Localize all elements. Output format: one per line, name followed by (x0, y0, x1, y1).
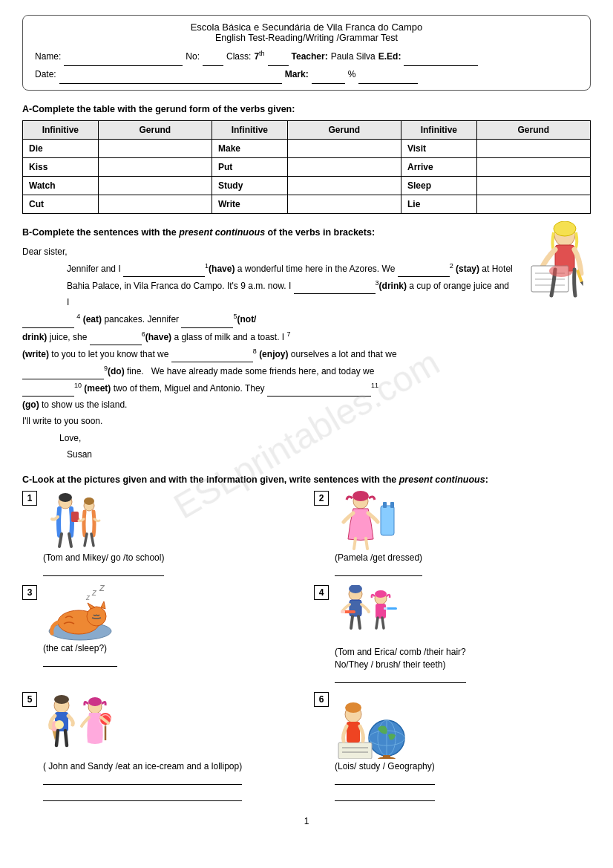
svg-rect-23 (390, 502, 394, 508)
table-cell: Sleep (401, 176, 476, 195)
svg-rect-36 (350, 600, 361, 616)
teacher-label: Teacher: (292, 48, 328, 65)
item-1-caption: (Tom and Mikey/ go /to school) (43, 552, 164, 563)
dear-line: Dear sister, (22, 244, 591, 260)
header-info: Name: No: Class: 7th Teacher: Paula Silv… (35, 48, 578, 84)
letter-text: Dear sister, Jennifer and I 1(have) a wo… (22, 244, 591, 463)
header-line-1: Name: No: Class: 7th Teacher: Paula Silv… (35, 48, 578, 66)
picture-item-1: 1 (22, 491, 299, 576)
pct-symbol: % (348, 66, 356, 83)
picture-item-2: 2 (314, 491, 591, 576)
table-cell: Die (23, 139, 99, 157)
name-field (64, 48, 183, 66)
item-number-2: 2 (314, 491, 329, 506)
svg-line-55 (65, 731, 67, 745)
table-row: CutWriteLie (23, 195, 591, 213)
picture-item-4: 4 (314, 585, 591, 683)
item-3-caption: (the cat /sleep?) (43, 643, 117, 653)
svg-point-42 (375, 590, 387, 598)
header-line-2: Date: Mark: % (35, 66, 578, 84)
table-cell (287, 176, 401, 195)
item-4-content: (Tom and Erica/ comb /their hair? No/The… (335, 585, 466, 683)
item-number-6: 6 (314, 692, 329, 707)
svg-text:z: z (99, 585, 105, 593)
svg-point-53 (55, 720, 64, 729)
table-row: DieMakeVisit (23, 139, 591, 157)
table-cell: Kiss (23, 157, 99, 176)
table-cell (98, 157, 212, 176)
letter-line-7: 10 (meet) two of them, Miguel and Antoni… (22, 379, 591, 397)
picture-grid: 1 (22, 491, 591, 801)
table-cell: Watch (23, 176, 99, 195)
item-number-5: 5 (22, 692, 37, 707)
section-a-title: A-Complete the table with the gerund for… (22, 104, 591, 114)
item-6-svg (335, 692, 409, 759)
col-infinitive-1: Infinitive (23, 120, 99, 139)
svg-line-24 (354, 538, 355, 549)
item-2-caption: (Pamela /get dressed) (335, 552, 422, 563)
item-4-caption2: No/They / brush/ their teeth) (335, 659, 466, 670)
item-6-answer-1 (335, 774, 435, 785)
svg-point-65 (378, 757, 396, 759)
svg-line-46 (376, 618, 378, 628)
class-blank (268, 48, 289, 66)
svg-marker-29 (88, 603, 95, 609)
item-5-answer-1 (43, 774, 242, 785)
table-cell: Put (212, 157, 287, 176)
svg-point-1 (554, 221, 576, 236)
table-cell (476, 195, 590, 213)
item-5-answer-2 (43, 791, 242, 801)
table-cell: Study (212, 176, 287, 195)
item-6-content: (Lois/ study / Geography) (335, 692, 435, 801)
extra-field (358, 66, 418, 84)
table-row: KissPutArrive (23, 157, 591, 176)
item-4-caption: (Tom and Erica/ comb /their hair? (335, 647, 466, 657)
svg-rect-11 (71, 512, 79, 522)
item-3-content: z z z (the cat /sleep?) (43, 585, 117, 667)
item-2-content: (Pamela /get dressed) (335, 491, 422, 576)
picture-item-2-inner: 2 (314, 491, 591, 576)
picture-item-3: 3 (22, 585, 299, 683)
item-2-answer (335, 566, 422, 576)
class-value: 7th (254, 48, 264, 65)
table-header-row: Infinitive Gerund Infinitive Gerund Infi… (23, 120, 591, 139)
svg-rect-22 (383, 502, 387, 508)
no-field (203, 48, 223, 66)
section-b: B-Complete the sentences with the presen… (22, 227, 591, 463)
svg-point-49 (54, 695, 69, 704)
table-cell (476, 157, 590, 176)
header-box: Escola Básica e Secundária de Vila Franc… (22, 15, 591, 91)
svg-point-14 (59, 493, 72, 502)
section-c: C-Look at the pictures given and with th… (22, 474, 591, 801)
item-2-svg (335, 491, 405, 550)
date-field (59, 66, 282, 84)
blank-6 (90, 328, 142, 345)
item-3-answer (43, 656, 117, 667)
blank-8 (171, 345, 253, 362)
letter-line-go: (go) to show us the island. (22, 397, 591, 413)
item-5-content: ( John and Sandy /eat an ice-cream and a… (43, 692, 242, 801)
date-label: Date: (35, 66, 56, 83)
gerund-table: Infinitive Gerund Infinitive Gerund Infi… (22, 120, 591, 214)
svg-rect-71 (347, 722, 360, 743)
class-label: Class: (226, 48, 251, 65)
eed-field (404, 48, 478, 66)
page-number: 1 (22, 816, 591, 826)
svg-point-70 (345, 702, 361, 713)
svg-text:z: z (91, 587, 97, 598)
svg-line-25 (366, 538, 367, 549)
picture-item-5: 5 (22, 692, 299, 801)
svg-text:z: z (85, 593, 91, 601)
blank-9 (22, 362, 104, 379)
letter-line-4: 4 (eat) pancakes. Jennifer 5(not/drink) … (22, 310, 591, 345)
letter-line-6: 9(do) fine. We have already made some fr… (22, 362, 591, 379)
table-cell (98, 139, 212, 157)
blank-2 (398, 260, 450, 277)
no-label: No: (186, 48, 200, 65)
item-4-answer (335, 673, 466, 683)
table-cell: Make (212, 139, 287, 157)
blank-4 (22, 310, 74, 327)
table-cell (287, 157, 401, 176)
writing-girl-illustration (520, 221, 591, 313)
picture-item-5-inner: 5 (22, 692, 299, 801)
